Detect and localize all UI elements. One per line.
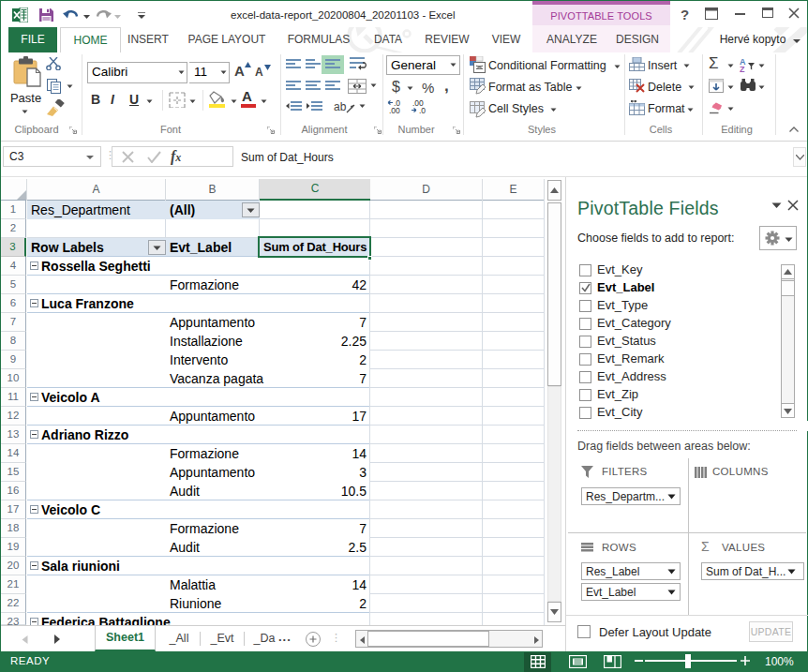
svg-text:ab: ab (334, 100, 347, 113)
svg-text:.00: .00 (389, 106, 400, 113)
svg-text:Z: Z (740, 65, 745, 72)
svg-text:.0: .0 (419, 106, 426, 113)
